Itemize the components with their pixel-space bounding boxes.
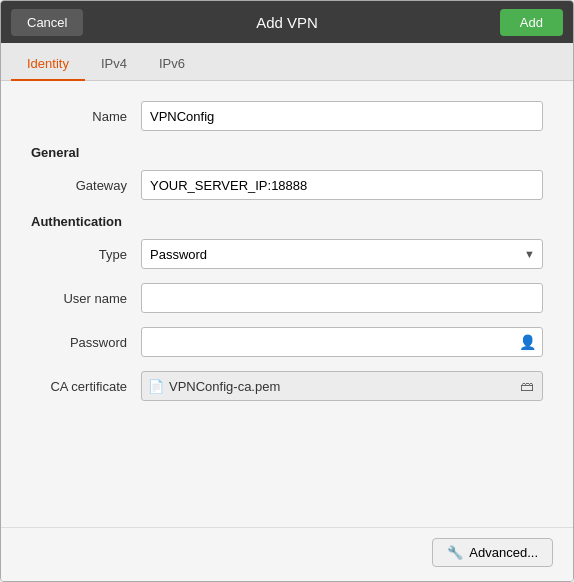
type-label: Type	[31, 247, 141, 262]
tab-ipv6[interactable]: IPv6	[143, 48, 201, 81]
ca-cert-value: VPNConfig-ca.pem	[169, 379, 518, 394]
password-wrapper: 👤	[141, 327, 543, 357]
name-input[interactable]	[141, 101, 543, 131]
add-button[interactable]: Add	[500, 9, 563, 36]
type-select-wrapper: Password Certificate Password with Certi…	[141, 239, 543, 269]
tab-ipv4[interactable]: IPv4	[85, 48, 143, 81]
name-row: Name	[31, 101, 543, 131]
wrench-icon: 🔧	[447, 545, 463, 560]
cert-file-icon: 📄	[148, 379, 164, 394]
ca-cert-row: CA certificate 📄 VPNConfig-ca.pem 🗃	[31, 371, 543, 401]
show-password-icon[interactable]: 👤	[519, 334, 536, 350]
type-row: Type Password Certificate Password with …	[31, 239, 543, 269]
gateway-label: Gateway	[31, 178, 141, 193]
advanced-label: Advanced...	[469, 545, 538, 560]
name-label: Name	[31, 109, 141, 124]
cancel-button[interactable]: Cancel	[11, 9, 83, 36]
titlebar: Cancel Add VPN Add	[1, 1, 573, 43]
password-label: Password	[31, 335, 141, 350]
type-select[interactable]: Password Certificate Password with Certi…	[141, 239, 543, 269]
tab-identity[interactable]: Identity	[11, 48, 85, 81]
tab-content: Name General Gateway Authentication Type…	[1, 81, 573, 527]
titlebar-right: Add	[500, 9, 563, 36]
cert-copy-button[interactable]: 🗃	[518, 378, 536, 394]
footer: 🔧 Advanced...	[1, 527, 573, 581]
advanced-button[interactable]: 🔧 Advanced...	[432, 538, 553, 567]
username-label: User name	[31, 291, 141, 306]
add-vpn-dialog: Cancel Add VPN Add Identity IPv4 IPv6 Na…	[0, 0, 574, 582]
password-row: Password 👤	[31, 327, 543, 357]
auth-section-title: Authentication	[31, 214, 543, 229]
ca-cert-label: CA certificate	[31, 379, 141, 394]
ca-cert-wrapper: 📄 VPNConfig-ca.pem 🗃	[141, 371, 543, 401]
gateway-row: Gateway	[31, 170, 543, 200]
dialog-title: Add VPN	[256, 14, 318, 31]
username-row: User name	[31, 283, 543, 313]
general-section-title: General	[31, 145, 543, 160]
titlebar-left: Cancel	[11, 9, 83, 36]
tab-bar: Identity IPv4 IPv6	[1, 43, 573, 81]
username-input[interactable]	[141, 283, 543, 313]
password-input[interactable]	[141, 327, 543, 357]
gateway-input[interactable]	[141, 170, 543, 200]
